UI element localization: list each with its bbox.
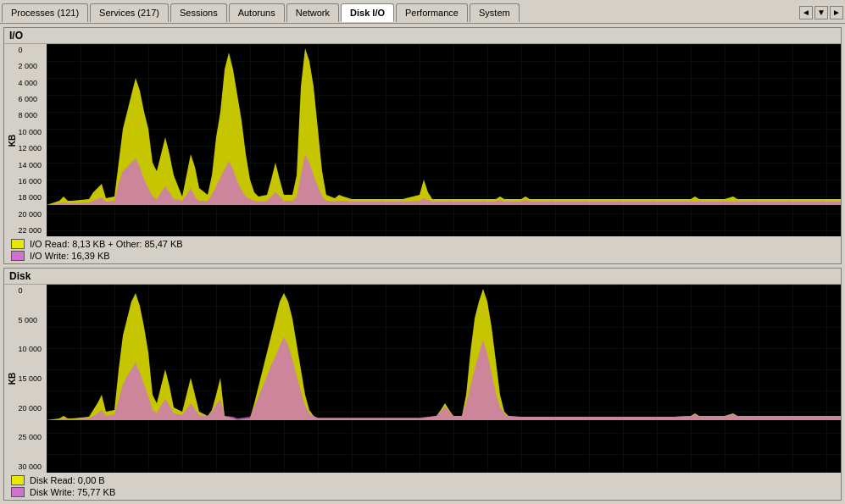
- tab-bar: Processes (121)Services (217)SessionsAut…: [0, 0, 845, 24]
- disk-legend-color: [11, 487, 25, 497]
- io-y-label: 6 000: [18, 95, 42, 103]
- io-y-axis: KB 22 00020 00018 00016 00014 00012 0001…: [4, 44, 47, 236]
- io-y-label: 16 000: [18, 177, 42, 186]
- tab-sessions[interactable]: Sessions: [170, 3, 227, 22]
- io-legend-color: [11, 239, 25, 249]
- io-y-label: 18 000: [18, 193, 42, 202]
- disk-y-label: 20 000: [18, 404, 42, 413]
- disk-panel-header: Disk: [4, 269, 841, 285]
- io-legend-color: [11, 251, 25, 261]
- disk-y-label: 10 000: [18, 345, 42, 353]
- io-chart-area: [47, 44, 841, 236]
- io-legend-text: I/O Read: 8,13 KB + Other: 85,47 KB: [30, 239, 183, 249]
- disk-panel: Disk KB 30 00025 00020 00015 00010 0005 …: [3, 268, 842, 501]
- disk-y-label: 5 000: [18, 316, 42, 324]
- disk-legend-text: Disk Read: 0,00 B: [30, 475, 105, 485]
- disk-y-label: 30 000: [18, 462, 42, 471]
- disk-y-label: 15 000: [18, 374, 42, 383]
- disk-legend-item: Disk Write: 75,77 KB: [11, 487, 834, 497]
- disk-y-axis: KB 30 00025 00020 00015 00010 0005 0000: [4, 285, 47, 473]
- io-y-label: 8 000: [18, 111, 42, 119]
- disk-legend-color: [11, 475, 25, 485]
- io-chart-svg: [47, 44, 841, 236]
- disk-legend: Disk Read: 0,00 BDisk Write: 75,77 KB: [4, 473, 841, 500]
- io-y-label: 22 000: [18, 226, 42, 235]
- io-legend-item: I/O Write: 16,39 KB: [11, 251, 834, 261]
- disk-chart-area: [47, 285, 841, 473]
- io-y-label: 0: [18, 46, 42, 54]
- main-content: I/O KB 22 00020 00018 00016 00014 00012 …: [0, 24, 845, 504]
- io-y-label: 20 000: [18, 210, 42, 219]
- io-legend-item: I/O Read: 8,13 KB + Other: 85,47 KB: [11, 239, 834, 249]
- tab-processes[interactable]: Processes (121): [2, 3, 88, 22]
- io-y-axis-label: KB: [8, 134, 17, 146]
- tab-system[interactable]: System: [470, 3, 520, 22]
- io-legend: I/O Read: 8,13 KB + Other: 85,47 KBI/O W…: [4, 236, 841, 263]
- io-panel-header: I/O: [4, 28, 841, 44]
- disk-y-label: 0: [18, 286, 42, 295]
- disk-legend-item: Disk Read: 0,00 B: [11, 475, 834, 485]
- disk-legend-text: Disk Write: 75,77 KB: [30, 487, 115, 497]
- io-y-label: 10 000: [18, 128, 42, 136]
- tab-services[interactable]: Services (217): [90, 3, 169, 22]
- tab-diskio[interactable]: Disk I/O: [341, 3, 394, 22]
- tab-network[interactable]: Network: [286, 3, 339, 22]
- io-y-label: 4 000: [18, 79, 42, 87]
- disk-chart-svg: [47, 285, 841, 473]
- disk-y-axis-label: KB: [8, 373, 17, 385]
- tab-nav-prev[interactable]: ◄: [799, 6, 813, 19]
- io-y-label: 12 000: [18, 144, 42, 152]
- tab-performance[interactable]: Performance: [396, 3, 468, 22]
- io-y-label: 14 000: [18, 161, 42, 169]
- tab-nav-next[interactable]: ►: [830, 6, 843, 19]
- io-panel: I/O KB 22 00020 00018 00016 00014 00012 …: [3, 27, 842, 264]
- tab-nav-menu[interactable]: ▼: [814, 6, 828, 19]
- tab-autoruns[interactable]: Autoruns: [229, 3, 285, 22]
- disk-y-label: 25 000: [18, 433, 42, 441]
- io-y-label: 2 000: [18, 62, 42, 70]
- io-legend-text: I/O Write: 16,39 KB: [30, 251, 110, 261]
- tab-nav-arrows: ◄▼►: [799, 6, 843, 19]
